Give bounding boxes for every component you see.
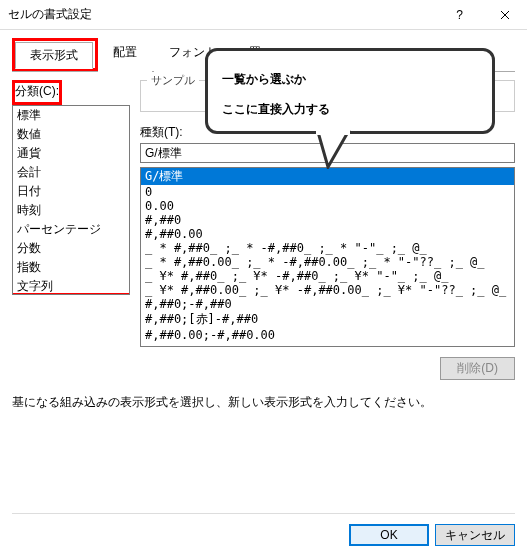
list-item[interactable]: #,##0;[赤]-#,##0 — [141, 311, 514, 328]
window-title: セルの書式設定 — [8, 6, 437, 23]
list-item[interactable]: 会計 — [13, 163, 129, 182]
sample-label: サンプル — [147, 73, 199, 88]
list-item[interactable]: 標準 — [13, 106, 129, 125]
callout-line1: 一覧から選ぶか — [222, 72, 306, 86]
list-item[interactable]: パーセンテージ — [13, 220, 129, 239]
annotation-active-tab: 表示形式 — [12, 38, 98, 71]
close-button[interactable] — [482, 0, 527, 30]
list-item[interactable]: #,##0;-#,##0 — [141, 297, 514, 311]
category-list[interactable]: 標準 数値 通貨 会計 日付 時刻 パーセンテージ 分数 指数 文字列 その他 … — [12, 105, 130, 295]
list-item[interactable]: 0 — [141, 185, 514, 199]
title-bar: セルの書式設定 ? — [0, 0, 527, 30]
list-item[interactable]: #,##0 — [141, 213, 514, 227]
svg-marker-0 — [318, 132, 348, 167]
list-item[interactable]: 分数 — [13, 239, 129, 258]
svg-rect-1 — [316, 129, 350, 135]
list-item[interactable]: 時刻 — [13, 201, 129, 220]
callout-line2: ここに直接入力する — [222, 102, 330, 116]
list-item[interactable]: 通貨 — [13, 144, 129, 163]
list-item[interactable]: _ * #,##0_ ;_ * -#,##0_ ;_ * "-"_ ;_ @_ — [141, 241, 514, 255]
list-item[interactable]: 日付 — [13, 182, 129, 201]
callout-tail-icon — [308, 129, 358, 169]
list-item[interactable]: _ * #,##0.00_ ;_ * -#,##0.00_ ;_ * "-"??… — [141, 255, 514, 269]
annotation-category-label: 分類(C): — [12, 80, 62, 105]
tab-alignment[interactable]: 配置 — [98, 39, 152, 72]
list-item[interactable]: 指数 — [13, 258, 129, 277]
category-label: 分類(C): — [15, 83, 59, 100]
ok-button[interactable]: OK — [349, 524, 429, 546]
list-item[interactable]: G/標準 — [141, 168, 514, 185]
hint-text: 基になる組み込みの表示形式を選択し、新しい表示形式を入力してください。 — [12, 394, 515, 411]
list-item[interactable]: 0.00 — [141, 199, 514, 213]
cancel-button[interactable]: キャンセル — [435, 524, 515, 546]
annotation-callout: 一覧から選ぶか ここに直接入力する — [205, 48, 495, 134]
help-button[interactable]: ? — [437, 0, 482, 30]
type-list[interactable]: G/標準 0 0.00 #,##0 #,##0.00 _ * #,##0_ ;_… — [140, 167, 515, 347]
list-item[interactable]: 数値 — [13, 125, 129, 144]
button-row: OK キャンセル — [12, 513, 515, 546]
list-item[interactable]: _ ¥* #,##0.00_ ;_ ¥* -#,##0.00_ ;_ ¥* "-… — [141, 283, 514, 297]
tab-number-format[interactable]: 表示形式 — [15, 42, 93, 69]
list-item[interactable]: _ ¥* #,##0_ ;_ ¥* -#,##0_ ;_ ¥* "-"_ ;_ … — [141, 269, 514, 283]
list-item[interactable]: #,##0.00;-#,##0.00 — [141, 328, 514, 342]
close-icon — [500, 10, 510, 20]
delete-button[interactable]: 削除(D) — [440, 357, 515, 380]
list-item[interactable]: #,##0.00 — [141, 227, 514, 241]
